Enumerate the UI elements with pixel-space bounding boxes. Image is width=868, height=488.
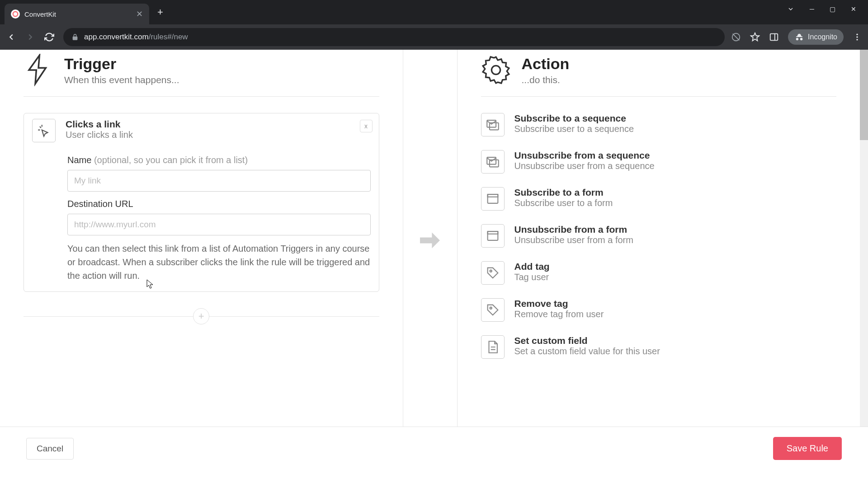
action-item-doc-6[interactable]: Set custom fieldSet a custom field value… [481, 335, 837, 359]
name-field-label: Name (optional, so you can pick it from … [67, 155, 371, 165]
action-item-subtitle: Unsubscribe user from a sequence [514, 161, 655, 171]
tab-search-icon[interactable] [787, 5, 794, 13]
click-icon [32, 119, 56, 142]
divider [403, 50, 458, 427]
new-tab-button[interactable]: + [157, 6, 163, 18]
trigger-title: Trigger [64, 55, 179, 73]
action-item-tag-4[interactable]: Add tagTag user [481, 261, 837, 285]
maximize-button[interactable]: ▢ [830, 5, 835, 13]
browser-tab-strip: ConvertKit ✕ + ─ ▢ ✕ [0, 0, 868, 24]
action-panel: Action ...do this. Subscribe to a sequen… [458, 50, 860, 427]
browser-tab[interactable]: ConvertKit ✕ [5, 4, 149, 24]
svg-rect-2 [770, 34, 778, 41]
action-item-title: Subscribe to a form [514, 187, 613, 198]
svg-point-5 [856, 39, 858, 40]
svg-point-16 [490, 307, 491, 309]
save-rule-button[interactable]: Save Rule [773, 437, 842, 460]
browser-toolbar: app.convertkit.com/rules#/new Incognito [0, 24, 868, 50]
gear-icon [481, 55, 511, 85]
url-text: app.convertkit.com/rules#/new [84, 33, 188, 42]
convertkit-favicon [11, 9, 20, 19]
trigger-panel: Trigger When this event happens... Click… [0, 50, 403, 427]
svg-rect-12 [487, 194, 498, 197]
sequence-icon [481, 150, 505, 174]
svg-point-3 [856, 34, 858, 35]
action-item-sequence-0[interactable]: Subscribe to a sequenceSubscribe user to… [481, 113, 837, 136]
page-footer: Cancel Save Rule [0, 427, 868, 470]
action-item-title: Unsubscribe from a form [514, 224, 633, 235]
menu-icon[interactable] [853, 33, 862, 42]
tag-icon [481, 298, 505, 322]
svg-point-0 [13, 12, 18, 17]
panel-icon[interactable] [769, 32, 779, 42]
trigger-help-text: You can then select this link from a lis… [67, 242, 371, 282]
incognito-badge[interactable]: Incognito [788, 29, 844, 45]
action-item-subtitle: Remove tag from user [514, 309, 604, 319]
name-input[interactable] [67, 170, 371, 192]
cancel-button[interactable]: Cancel [26, 438, 74, 460]
close-window-button[interactable]: ✕ [851, 5, 856, 13]
lightning-icon [24, 55, 53, 85]
url-field-label: Destination URL [67, 199, 371, 209]
vertical-scrollbar[interactable] [860, 50, 868, 427]
action-item-subtitle: Tag user [514, 272, 550, 282]
action-item-subtitle: Subscribe user to a form [514, 198, 613, 208]
add-trigger-row: + [24, 308, 379, 324]
trigger-card: Clicks a link User clicks a link x Name … [24, 113, 379, 292]
trigger-header: Trigger When this event happens... [24, 50, 379, 97]
sequence-icon [481, 113, 505, 136]
action-item-title: Subscribe to a sequence [514, 113, 634, 124]
trigger-subtitle: When this event happens... [64, 75, 179, 85]
action-subtitle: ...do this. [522, 75, 570, 85]
svg-rect-11 [487, 194, 498, 203]
action-item-title: Add tag [514, 261, 550, 272]
form-icon [481, 224, 505, 248]
back-button[interactable] [6, 32, 19, 42]
svg-point-4 [856, 36, 858, 38]
svg-point-15 [490, 270, 491, 272]
url-input[interactable] [67, 214, 371, 235]
action-item-subtitle: Set a custom field value for this user [514, 346, 660, 357]
trigger-card-subtitle: User clicks a link [66, 130, 133, 140]
arrow-right-icon [417, 230, 443, 250]
action-item-subtitle: Unsubscribe user from a form [514, 235, 633, 245]
form-icon [481, 187, 505, 211]
action-item-tag-5[interactable]: Remove tagRemove tag from user [481, 298, 837, 322]
action-header: Action ...do this. [481, 50, 837, 97]
add-trigger-button[interactable]: + [193, 308, 209, 324]
window-controls: ─ ▢ ✕ [787, 0, 868, 18]
svg-rect-13 [487, 231, 498, 240]
action-item-subtitle: Subscribe user to a sequence [514, 124, 634, 134]
close-tab-icon[interactable]: ✕ [136, 9, 143, 19]
svg-point-6 [491, 66, 500, 74]
forward-button[interactable] [25, 32, 38, 42]
minimize-button[interactable]: ─ [810, 5, 814, 13]
tracking-icon[interactable] [731, 32, 741, 42]
remove-trigger-button[interactable]: x [360, 120, 373, 132]
lock-icon [71, 33, 79, 41]
action-item-form-3[interactable]: Unsubscribe from a formUnsubscribe user … [481, 224, 837, 248]
address-bar[interactable]: app.convertkit.com/rules#/new [63, 28, 725, 46]
action-item-form-2[interactable]: Subscribe to a formSubscribe user to a f… [481, 187, 837, 211]
action-item-sequence-1[interactable]: Unsubscribe from a sequenceUnsubscribe u… [481, 150, 837, 174]
action-title: Action [522, 55, 570, 73]
svg-rect-14 [487, 231, 498, 234]
action-item-title: Remove tag [514, 298, 604, 309]
reload-button[interactable] [44, 32, 57, 42]
tab-title: ConvertKit [24, 10, 132, 18]
incognito-icon [794, 32, 804, 42]
doc-icon [481, 335, 505, 359]
page: Trigger When this event happens... Click… [0, 50, 868, 488]
action-item-title: Set custom field [514, 335, 660, 346]
bookmark-icon[interactable] [750, 32, 760, 42]
trigger-card-title: Clicks a link [66, 119, 133, 130]
tag-icon [481, 261, 505, 285]
action-item-title: Unsubscribe from a sequence [514, 150, 655, 161]
